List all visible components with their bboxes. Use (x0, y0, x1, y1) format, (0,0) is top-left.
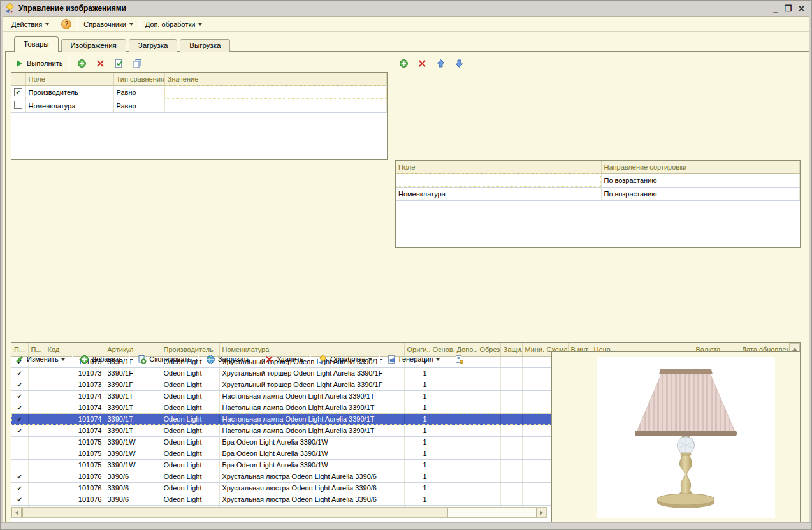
row-checkbox[interactable]: ✔ (14, 88, 22, 96)
tab-products[interactable]: Товары (14, 36, 59, 52)
cell-cropped[interactable] (477, 402, 500, 413)
cell-nomenclature[interactable]: Бра Odeon Light Aurelia 3390/1W (219, 436, 404, 448)
cell-nomenclature[interactable]: Настольная лампа Odeon Light Aurelia 339… (219, 390, 404, 402)
cell-flag2[interactable] (28, 402, 45, 413)
cell-manufacturer[interactable]: Odeon Light (161, 494, 219, 505)
cell-code[interactable]: 101074 (45, 402, 105, 413)
cell-checked[interactable]: ✔ (11, 482, 28, 494)
scroll-left-button[interactable] (11, 508, 22, 517)
cell-code[interactable]: 101073 (45, 379, 105, 390)
cell-flag2[interactable] (28, 425, 45, 436)
execute-button[interactable]: Выполнить (11, 57, 66, 70)
cell-flag2[interactable] (28, 413, 45, 425)
move-up-button[interactable] (432, 57, 449, 70)
cell-original-count[interactable]: 1 (404, 471, 430, 482)
cell-article[interactable]: 3390/1T (105, 413, 161, 425)
cell-additional[interactable] (454, 390, 477, 402)
cell-mini[interactable] (522, 448, 544, 459)
cell-original-count[interactable]: 1 (404, 402, 430, 413)
cell-additional[interactable] (454, 448, 477, 459)
cell-code[interactable]: 101075 (45, 448, 105, 459)
cell-code[interactable]: 101076 (45, 494, 105, 505)
cell-original-count[interactable]: 1 (404, 494, 430, 505)
cell-nomenclature[interactable]: Хрустальный торшер Odeon Light Aurelia 3… (219, 379, 404, 390)
cell-protected[interactable] (500, 390, 522, 402)
cell-original-count[interactable]: 1 (404, 459, 430, 471)
cell-checked[interactable]: ✔ (11, 379, 28, 390)
processing-button[interactable]: Обработка (314, 353, 375, 366)
cell-original-count[interactable]: 1 (404, 413, 430, 425)
cell-original-count[interactable]: 1 (404, 448, 430, 459)
cell-checked[interactable]: ✔ (11, 402, 28, 413)
table-row[interactable]: ПроизводительПо возрастанию (396, 173, 800, 187)
cell-flag2[interactable] (28, 459, 45, 471)
horizontal-scrollbar[interactable] (11, 507, 547, 518)
cell-original-count[interactable]: 1 (404, 379, 430, 390)
cell-manufacturer[interactable]: Odeon Light (161, 379, 219, 390)
cell-checked[interactable] (11, 436, 28, 448)
cell-cropped[interactable] (477, 494, 500, 505)
cell-nomenclature[interactable]: Бра Odeon Light Aurelia 3390/1W (219, 459, 404, 471)
sort-delete-button[interactable] (414, 57, 431, 70)
cell-additional[interactable] (454, 402, 477, 413)
filter-add-button[interactable] (73, 57, 91, 70)
tab-download[interactable]: Выгрузка (180, 39, 230, 52)
cell-cropped[interactable] (477, 390, 500, 402)
cell-article[interactable]: 3390/1T (105, 402, 161, 413)
clear-flags-button[interactable] (129, 57, 146, 70)
set-flags-button[interactable] (110, 57, 127, 70)
cell-protected[interactable] (500, 425, 522, 436)
cell-code[interactable]: 101076 (45, 471, 105, 482)
cell-mini[interactable] (522, 494, 544, 505)
cell-main[interactable] (430, 413, 454, 425)
filter-delete-button[interactable] (92, 57, 109, 70)
cell-article[interactable]: 3390/1T (105, 390, 161, 402)
cell-code[interactable]: 101073 (45, 367, 105, 379)
copy-image-button[interactable]: Скопировать (133, 353, 195, 366)
cell-manufacturer[interactable]: Odeon Light (161, 413, 219, 425)
delete-image-button[interactable]: Удалить (261, 353, 307, 366)
cell-mini[interactable] (522, 459, 544, 471)
cell-article[interactable]: 3390/1W (105, 448, 161, 459)
cell-code[interactable]: 101074 (45, 413, 105, 425)
cell-mini[interactable] (522, 482, 544, 494)
minimize-button[interactable]: _ (773, 4, 778, 13)
cell-protected[interactable] (500, 436, 522, 448)
close-button[interactable]: ✕ (798, 4, 805, 13)
cell-additional[interactable] (454, 436, 477, 448)
sort-add-button[interactable] (395, 57, 412, 70)
cell-original-count[interactable]: 1 (404, 482, 430, 494)
cell-mini[interactable] (522, 413, 544, 425)
cell-checked[interactable]: ✔ (11, 413, 28, 425)
cell-additional[interactable] (454, 367, 477, 379)
cell-flag2[interactable] (28, 482, 45, 494)
cell-manufacturer[interactable]: Odeon Light (161, 482, 219, 494)
maximize-button[interactable]: ❐ (784, 4, 792, 13)
cell-code[interactable]: 101076 (45, 482, 105, 494)
cell-checked[interactable] (11, 459, 28, 471)
cell-nomenclature[interactable]: Настольная лампа Odeon Light Aurelia 339… (219, 413, 404, 425)
cell-checked[interactable]: ✔ (11, 390, 28, 402)
cell-main[interactable] (430, 425, 454, 436)
cell-nomenclature[interactable]: Хрустальная люстра Odeon Light Aurelia 3… (219, 494, 404, 505)
cell-cropped[interactable] (477, 425, 500, 436)
cell-direction[interactable]: По возрастанию (601, 187, 800, 200)
menu-directories[interactable]: Справочники (79, 18, 138, 30)
add-image-button[interactable]: Добавить (76, 353, 127, 366)
cell-main[interactable] (430, 436, 454, 448)
cell-mini[interactable] (522, 425, 544, 436)
cell-mini[interactable] (522, 390, 544, 402)
cell-main[interactable] (430, 448, 454, 459)
cell-manufacturer[interactable]: Odeon Light (161, 402, 219, 413)
cell-protected[interactable] (500, 482, 522, 494)
cell-additional[interactable] (454, 494, 477, 505)
help-button[interactable]: ? (57, 17, 76, 31)
cell-nomenclature[interactable]: Хрустальная люстра Odeon Light Aurelia 3… (219, 471, 404, 482)
cell-cropped[interactable] (477, 379, 500, 390)
tab-images[interactable]: Изображения (61, 39, 126, 52)
cell-manufacturer[interactable]: Odeon Light (161, 459, 219, 471)
table-row[interactable]: ✔ПроизводительРавноOdeon Light (11, 85, 387, 99)
cell-code[interactable]: 101074 (45, 390, 105, 402)
cell-checked[interactable]: ✔ (11, 425, 28, 436)
cell-article[interactable]: 3390/1F (105, 379, 161, 390)
